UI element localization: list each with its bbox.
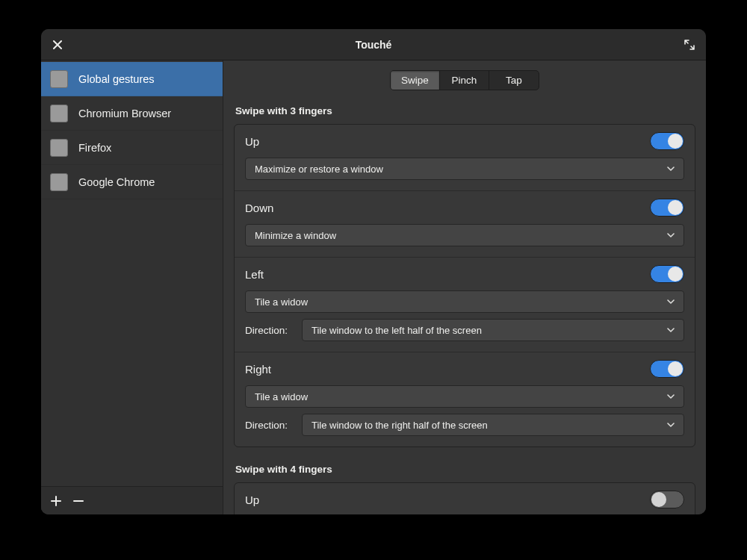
enable-toggle[interactable] [650,265,684,283]
action-select[interactable]: Maximize or restore a window [245,158,684,180]
section-title: Swipe with 4 fingers [235,464,695,475]
gesture-header: Up [245,491,684,508]
gesture-scroll-area[interactable]: Swipe with 3 fingers Up Maximize or rest… [223,99,706,514]
gesture-header: Left [245,265,684,283]
app-icon [50,70,68,88]
gesture-name: Up [245,135,259,148]
enable-toggle[interactable] [650,491,684,508]
gesture-type-tabs: Swipe Pinch Tap [390,70,539,90]
enable-toggle[interactable] [650,199,684,217]
gesture-group-3-fingers: Up Maximize or restore a window [234,124,695,447]
select-value: Tile window to the left half of the scre… [311,325,482,336]
window-title: Touché [41,39,706,51]
gesture-row-up-4: Up [235,483,695,514]
sidebar-item-label: Firefox [78,142,111,154]
toggle-knob [668,200,683,215]
sidebar-item-label: Global gestures [78,73,155,85]
window-body: Global gestures Chromium Browser Firefox… [41,60,706,514]
gesture-name: Left [245,268,264,281]
select-value: Tile a widow [255,296,308,308]
titlebar: Touché [41,29,706,60]
action-row: Maximize or restore a window [245,158,684,180]
gesture-name: Right [245,363,271,376]
toggle-knob [651,492,666,507]
tab-pinch[interactable]: Pinch [440,71,489,90]
select-value: Maximize or restore a window [255,164,383,175]
direction-row: Direction: Tile window to the right half… [245,414,684,436]
action-select[interactable]: Tile a widow [245,290,684,313]
add-application-button[interactable] [47,492,65,510]
sidebar: Global gestures Chromium Browser Firefox… [41,60,223,514]
app-icon [50,139,68,157]
tabbar-wrap: Swipe Pinch Tap [223,60,706,99]
enable-toggle[interactable] [650,132,684,150]
fullscreen-button[interactable] [681,36,698,54]
sidebar-item-label: Chromium Browser [78,108,171,119]
gesture-row-left: Left Tile a widow Direction: [235,258,695,352]
tab-tap[interactable]: Tap [489,71,539,90]
app-icon [50,173,68,191]
gesture-row-right: Right Tile a widow Direction: [235,352,695,447]
sidebar-item-label: Google Chrome [78,176,155,188]
action-select[interactable]: Tile a widow [245,385,684,408]
chevron-down-icon [667,393,675,400]
sidebar-item-chromium-browser[interactable]: Chromium Browser [41,96,223,131]
tab-swipe[interactable]: Swipe [391,71,440,90]
chevron-down-icon [667,231,675,239]
enable-toggle[interactable] [650,360,684,378]
action-row: Minimize a window [245,224,684,246]
direction-select[interactable]: Tile window to the right half of the scr… [302,414,684,436]
minus-icon [73,496,84,506]
close-button[interactable] [49,36,66,54]
select-value: Tile a widow [255,391,308,402]
sidebar-list: Global gestures Chromium Browser Firefox… [41,60,223,486]
row-label: Direction: [245,325,291,336]
sidebar-toolbar [41,486,223,514]
gesture-group-4-fingers: Up [234,482,695,514]
gesture-header: Down [245,199,684,217]
direction-row: Direction: Tile window to the left half … [245,319,684,341]
action-select[interactable]: Minimize a window [245,224,684,246]
toggle-knob [668,134,683,149]
chevron-down-icon [667,421,675,429]
action-row: Tile a widow [245,290,684,313]
toggle-knob [668,361,683,376]
close-icon [53,40,62,49]
app-window: Touché Global gestures Chromium Browser [41,29,706,514]
sidebar-item-google-chrome[interactable]: Google Chrome [41,165,223,199]
gesture-name: Down [245,202,273,214]
toggle-knob [668,267,683,281]
expand-icon [684,40,695,50]
chevron-down-icon [667,326,675,334]
row-label: Direction: [245,420,291,431]
main-content: Swipe Pinch Tap Swipe with 3 fingers Up [223,60,706,514]
direction-select[interactable]: Tile window to the left half of the scre… [302,319,684,341]
gesture-row-up: Up Maximize or restore a window [235,125,695,191]
gesture-name: Up [245,494,259,506]
chevron-down-icon [667,165,675,172]
sidebar-item-global-gestures[interactable]: Global gestures [41,62,223,96]
select-value: Minimize a window [255,230,336,241]
select-value: Tile window to the right half of the scr… [311,420,488,431]
chevron-down-icon [667,298,675,305]
gesture-header: Right [245,360,684,378]
app-icon [50,105,68,122]
gesture-header: Up [245,132,684,150]
plus-icon [51,496,61,506]
action-row: Tile a widow [245,385,684,408]
remove-application-button[interactable] [69,492,87,510]
sidebar-item-firefox[interactable]: Firefox [41,131,223,165]
section-title: Swipe with 3 fingers [235,105,695,116]
gesture-row-down: Down Minimize a window [235,191,695,258]
